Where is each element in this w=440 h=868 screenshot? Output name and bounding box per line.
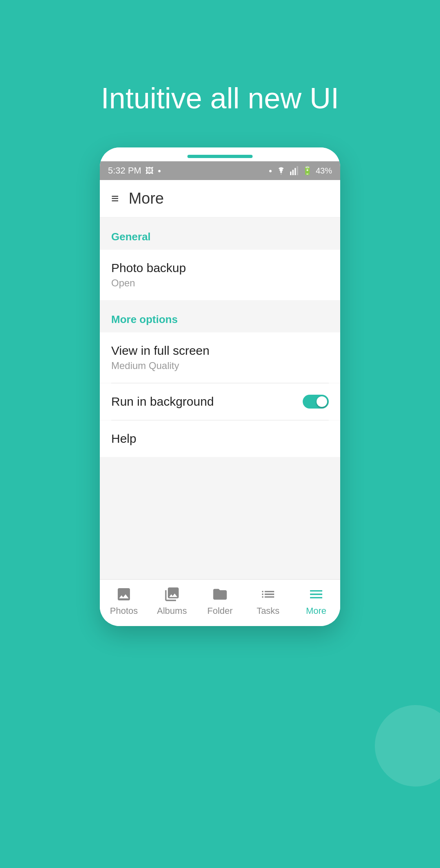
photo-status-icon: 🖼 (145, 166, 154, 176)
status-left: 5:32 PM 🖼 ● (108, 165, 161, 176)
status-time: 5:32 PM (108, 165, 141, 176)
nav-label-more: More (306, 606, 326, 616)
toggle-knob (317, 396, 327, 407)
photo-backup-title: Photo backup (111, 261, 329, 275)
wifi-icon (275, 166, 287, 175)
svg-rect-0 (290, 171, 291, 175)
status-right: ● 🔋 43% (269, 166, 332, 176)
bg-decoration (375, 705, 440, 787)
phone-notch-bar (100, 147, 340, 161)
list-item-run-background[interactable]: Run in background (100, 383, 340, 420)
photo-backup-subtitle: Open (111, 277, 329, 289)
status-bar: 5:32 PM 🖼 ● ● 🔋 43% (100, 161, 340, 180)
list-item-help[interactable]: Help (100, 420, 340, 457)
help-title: Help (111, 432, 329, 446)
run-background-toggle[interactable] (303, 395, 329, 409)
run-background-title: Run in background (111, 395, 214, 409)
status-battery: 43% (316, 166, 332, 176)
nav-item-folder[interactable]: Folder (196, 586, 244, 616)
svg-rect-3 (297, 166, 298, 175)
albums-icon (164, 586, 180, 602)
view-fullscreen-subtitle: Medium Quality (111, 360, 329, 371)
svg-rect-1 (292, 170, 293, 175)
phone-mockup: 5:32 PM 🖼 ● ● 🔋 43% (100, 147, 340, 626)
hamburger-icon[interactable]: ≡ (111, 191, 119, 206)
battery-icon: 🔋 (302, 166, 312, 176)
nav-label-photos: Photos (110, 606, 138, 616)
app-title: More (129, 190, 164, 207)
more-icon (308, 586, 324, 602)
nav-label-folder: Folder (207, 606, 233, 616)
status-dot2: ● (269, 167, 272, 174)
phone-pill (187, 155, 253, 158)
folder-icon (212, 586, 228, 602)
view-fullscreen-title: View in full screen (111, 344, 329, 358)
nav-label-tasks: Tasks (257, 606, 279, 616)
hero-title: Intuitive all new UI (68, 81, 372, 115)
content-area: General Photo backup Open More options V… (100, 218, 340, 579)
nav-item-tasks[interactable]: Tasks (244, 586, 292, 616)
list-item-view-fullscreen[interactable]: View in full screen Medium Quality (100, 332, 340, 383)
status-dot: ● (158, 167, 161, 174)
tasks-icon (260, 586, 276, 602)
section-general-header: General (100, 218, 340, 250)
signal-icon (290, 166, 299, 175)
nav-item-photos[interactable]: Photos (100, 586, 148, 616)
app-header: ≡ More (100, 180, 340, 218)
nav-item-albums[interactable]: Albums (148, 586, 196, 616)
bottom-nav: Photos Albums Folder Tasks More (100, 579, 340, 626)
list-item-photo-backup[interactable]: Photo backup Open (100, 250, 340, 300)
nav-label-albums: Albums (157, 606, 187, 616)
spacer (100, 457, 340, 579)
nav-item-more[interactable]: More (292, 586, 340, 616)
section-more-options-header: More options (100, 300, 340, 332)
photos-icon (116, 586, 132, 602)
svg-rect-2 (295, 168, 296, 175)
